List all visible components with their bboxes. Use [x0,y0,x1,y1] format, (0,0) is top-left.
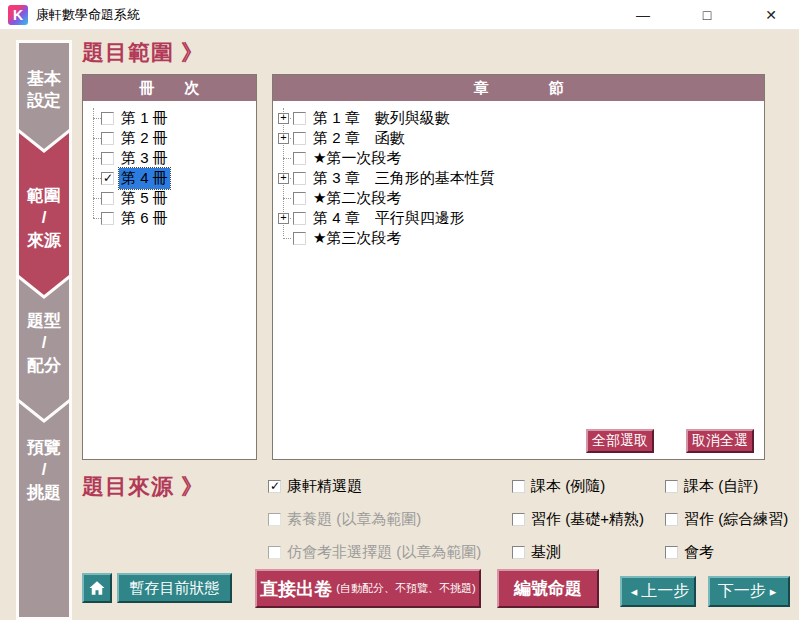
tab-label: 基本 設定 [16,68,72,113]
chapter-label: 第 2 章 函數 [311,128,407,149]
checkbox[interactable] [101,212,114,225]
volumes-panel: 冊 次 第 1 冊 第 2 冊 第 3 冊 第 4 冊 第 5 冊 [82,74,257,460]
volume-row[interactable]: 第 5 冊 [83,188,256,208]
checkbox[interactable] [293,212,306,225]
save-state-button[interactable]: 暫存目前狀態 [117,573,232,603]
expand-plus-icon[interactable] [278,133,289,144]
source-label: 課本 (自評) [684,477,758,496]
left-arrow-icon: ◂ [631,584,638,599]
exam-label: ★第二次段考 [311,188,403,209]
exam-row[interactable]: ★第一次段考 [273,148,764,168]
window-controls: — □ ✕ [632,0,782,30]
checkbox[interactable] [512,546,525,559]
volumes-header: 冊 次 [83,75,256,101]
next-step-label: 下一步 [718,581,766,602]
chapter-row[interactable]: 第 4 章 平行與四邊形 [273,208,764,228]
direct-generate-button[interactable]: 直接出卷 (自動配分、不預覽、不挑題) [255,569,481,608]
checkbox[interactable] [512,480,525,493]
expand-plus-icon[interactable] [278,173,289,184]
maximize-icon[interactable]: □ [696,7,718,23]
exam-row[interactable]: ★第三次段考 [273,228,764,248]
source-option-kangxuan[interactable]: 康軒精選題 [268,477,362,496]
source-label: 習作 (基礎+精熟) [531,510,644,529]
checkbox[interactable] [293,172,306,185]
checkbox[interactable] [293,152,306,165]
checkbox[interactable] [293,192,306,205]
checkbox[interactable] [665,513,678,526]
volumes-tree: 第 1 冊 第 2 冊 第 3 冊 第 4 冊 第 5 冊 第 6 冊 [83,101,256,228]
minimize-icon[interactable]: — [632,7,654,23]
volume-row[interactable]: 第 6 冊 [83,208,256,228]
tab-shape-fill [19,403,69,617]
numbered-generate-button[interactable]: 編號命題 [497,569,599,608]
home-button[interactable] [82,573,112,603]
checkbox[interactable] [101,172,114,185]
checkbox[interactable] [293,232,306,245]
checkbox[interactable] [101,152,114,165]
right-arrow-icon: ▸ [770,584,777,599]
tab-preview-pick[interactable]: 預覽 / 挑題 [16,400,72,620]
checkbox[interactable] [268,480,281,493]
next-step-button[interactable]: 下一步 ▸ [708,576,790,607]
chapters-panel: 章 節 第 1 章 數列與級數 第 2 章 函數 ★第一次段考 [272,74,765,460]
select-all-button[interactable]: 全部選取 [586,429,654,453]
expand-plus-icon[interactable] [278,113,289,124]
source-option-workbook-comprehensive[interactable]: 習作 (綜合練習) [665,510,788,529]
deselect-all-button[interactable]: 取消全選 [686,429,754,453]
source-option-workbook-basic[interactable]: 習作 (基礎+精熟) [512,510,644,529]
checkbox [268,513,281,526]
tab-range-source[interactable]: 範圍 / 來源 [16,130,72,298]
prev-step-label: 上一步 [641,581,689,602]
tab-label: 範圍 / 來源 [16,185,72,252]
title-bar: K 康軒數學命題系統 — □ ✕ [0,0,799,30]
checkbox[interactable] [101,192,114,205]
volume-row[interactable]: 第 1 冊 [83,108,256,128]
tab-label: 預覽 / 挑題 [16,437,72,504]
direct-generate-label: 直接出卷 [260,577,332,601]
source-label: 素養題 (以章為範圍) [287,510,421,529]
source-option-comprehensive-exam[interactable]: 會考 [665,543,714,562]
checkbox[interactable] [101,132,114,145]
volume-label: 第 3 冊 [119,148,170,169]
checkbox[interactable] [665,546,678,559]
chapter-label: 第 4 章 平行與四邊形 [311,208,467,229]
source-option-literacy: 素養題 (以章為範圍) [268,510,421,529]
exam-label: ★第一次段考 [311,148,403,169]
checkbox[interactable] [101,112,114,125]
source-option-textbook-example[interactable]: 課本 (例隨) [512,477,605,496]
source-option-basic-test[interactable]: 基測 [512,543,561,562]
chapter-label: 第 1 章 數列與級數 [311,108,452,129]
direct-generate-sublabel: (自動配分、不預覽、不挑題) [336,581,475,596]
source-label: 康軒精選題 [287,477,362,496]
source-option-mock-exam: 仿會考非選擇題 (以章為範圍) [268,543,481,562]
prev-step-button[interactable]: ◂ 上一步 [620,576,696,607]
volume-label: 第 5 冊 [119,188,170,209]
app-logo-icon: K [8,5,28,25]
chapter-row[interactable]: 第 1 章 數列與級數 [273,108,764,128]
main-area: 基本 設定 範圍 / 來源 題型 / 配分 預覽 / 挑題 題目範圍 》 冊 次… [0,30,799,620]
checkbox[interactable] [665,480,678,493]
close-icon[interactable]: ✕ [760,7,782,23]
exam-row[interactable]: ★第二次段考 [273,188,764,208]
checkbox[interactable] [293,112,306,125]
tab-label: 題型 / 配分 [16,310,72,377]
window-title: 康軒數學命題系統 [36,6,140,24]
volume-row[interactable]: 第 3 冊 [83,148,256,168]
source-option-textbook-self[interactable]: 課本 (自評) [665,477,758,496]
source-label: 仿會考非選擇題 (以章為範圍) [287,543,481,562]
chapter-row[interactable]: 第 2 章 函數 [273,128,764,148]
chapter-label: 第 3 章 三角形的基本性質 [311,168,497,189]
source-label: 習作 (綜合練習) [684,510,788,529]
chapters-tree: 第 1 章 數列與級數 第 2 章 函數 ★第一次段考 第 3 章 三角形的基本… [273,101,764,248]
volume-label: 第 1 冊 [119,108,170,129]
checkbox [268,546,281,559]
volume-row[interactable]: 第 2 冊 [83,128,256,148]
source-label: 會考 [684,543,714,562]
chapter-row[interactable]: 第 3 章 三角形的基本性質 [273,168,764,188]
range-section-heading: 題目範圍 》 [82,38,204,68]
checkbox[interactable] [512,513,525,526]
volume-row[interactable]: 第 4 冊 [83,168,256,188]
checkbox[interactable] [293,132,306,145]
expand-plus-icon[interactable] [278,213,289,224]
source-label: 課本 (例隨) [531,477,605,496]
